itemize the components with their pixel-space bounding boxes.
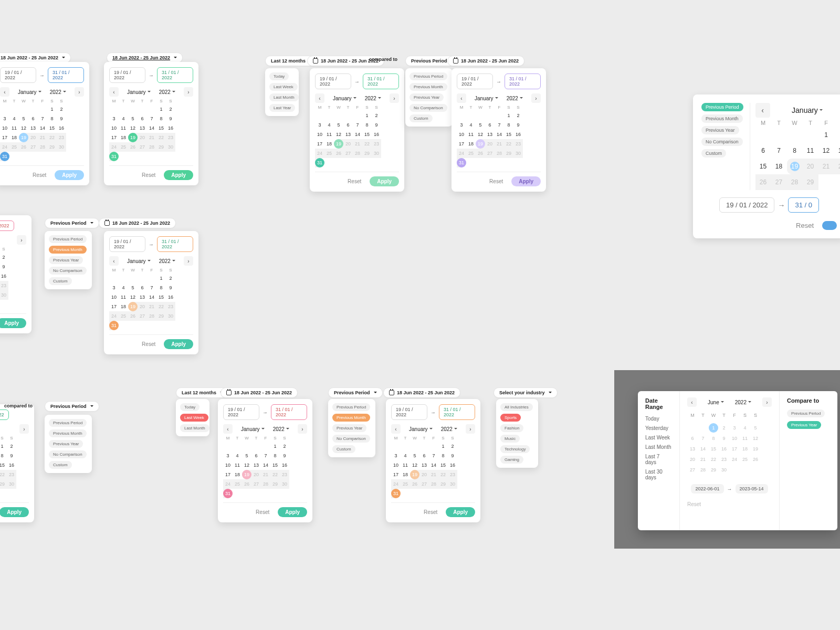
chip-technology[interactable]: Technology: [500, 445, 530, 453]
apply-button[interactable]: Apply: [0, 318, 26, 328]
range-trigger[interactable]: 18 Jun 2022 - 25 Jun 2022: [99, 218, 176, 228]
chip-prev-year[interactable]: Previous Year: [49, 256, 83, 264]
start-date-input[interactable]: 19 / 01 / 2022: [315, 74, 351, 89]
prev-period-trigger[interactable]: Previous Period: [45, 218, 99, 228]
prev-month-button[interactable]: ‹: [457, 93, 466, 103]
chip-prev-month[interactable]: Previous Month: [410, 83, 447, 91]
reset-button[interactable]: Reset: [421, 507, 440, 517]
chip-today[interactable]: Today: [269, 72, 289, 80]
chip-no-comparison[interactable]: No Comparison: [410, 104, 447, 112]
chip-prev-year[interactable]: Previous Year: [49, 440, 83, 448]
calendar-grid[interactable]: 1234567891011121314151617181920212223242…: [457, 111, 541, 167]
chip-gaming[interactable]: Gaming: [500, 456, 523, 464]
next-month-button[interactable]: ›: [298, 424, 307, 434]
month-select[interactable]: January: [241, 426, 265, 432]
next-month-button[interactable]: ›: [19, 424, 29, 434]
month-select[interactable]: January: [18, 89, 41, 95]
range-trigger[interactable]: 18 Jun 2022 - 25 Jun 2022: [107, 52, 183, 63]
start-date-input[interactable]: 19 / 01 / 2022: [719, 197, 775, 213]
start-date-input[interactable]: 2022-06-01: [691, 484, 723, 494]
month-select[interactable]: June: [708, 400, 724, 405]
year-select[interactable]: 2022: [159, 89, 175, 95]
chip-sports[interactable]: Sports: [500, 414, 521, 422]
next-month-button[interactable]: ›: [762, 397, 772, 407]
end-date-input[interactable]: 2023-05-14: [736, 484, 768, 494]
chip-custom[interactable]: Custom: [49, 277, 72, 285]
chip-prev-year[interactable]: Previous Year: [410, 93, 444, 101]
reset-button[interactable]: Reset: [793, 221, 817, 230]
calendar-grid[interactable]: 1234567891011121314151617181920212223242…: [687, 423, 772, 475]
chip-prev-period[interactable]: Previous Period: [410, 72, 447, 80]
end-date-input[interactable]: 31 / 01 / 2022: [271, 404, 307, 420]
chip-custom[interactable]: Custom: [701, 149, 726, 158]
year-select[interactable]: 2022: [159, 258, 175, 264]
apply-button[interactable]: [822, 221, 837, 230]
calendar-grid[interactable]: 145678111213141518192021222526272829: [755, 127, 840, 190]
chip-prev-year[interactable]: Previous Year: [332, 424, 366, 432]
apply-button[interactable]: Apply: [511, 176, 541, 186]
start-date-input[interactable]: 19 / 01 / 2022: [0, 67, 36, 83]
chip-prev-period[interactable]: Previous Period: [701, 103, 743, 111]
chip-custom[interactable]: Custom: [332, 445, 355, 453]
prev-month-button[interactable]: ‹: [0, 87, 9, 97]
chip-last-month[interactable]: Last Month: [269, 93, 299, 101]
reset-button[interactable]: Reset: [29, 170, 49, 180]
apply-button[interactable]: Apply: [164, 170, 193, 180]
year-select[interactable]: 2022: [273, 426, 289, 432]
next-month-button[interactable]: ›: [184, 256, 193, 266]
chip-no-comparison[interactable]: No Comparison: [701, 138, 743, 146]
reset-button[interactable]: Reset: [687, 501, 772, 507]
end-date-input[interactable]: 31 / 0: [788, 197, 819, 213]
prev-month-button[interactable]: ‹: [223, 424, 233, 434]
apply-button[interactable]: Apply: [0, 507, 29, 517]
year-select[interactable]: 2022: [441, 426, 457, 432]
year-select[interactable]: 2022: [365, 96, 381, 101]
chip-music[interactable]: Music: [500, 435, 520, 443]
preset-last-week[interactable]: Last Week: [645, 435, 672, 440]
month-select[interactable]: January: [127, 89, 151, 95]
end-date-input[interactable]: 31 / 01 / 2022: [505, 74, 541, 89]
next-month-button[interactable]: ›: [184, 87, 193, 97]
end-date-input[interactable]: 31 / 01 / 2022: [0, 220, 14, 231]
reset-button[interactable]: Reset: [344, 176, 364, 186]
end-date-input[interactable]: 31 / 01 / 2022: [363, 74, 399, 89]
start-date-input[interactable]: 19 / 01 / 2022: [223, 404, 259, 420]
range-trigger[interactable]: 18 Jun 2022 - 25 Jun 2022: [447, 56, 524, 66]
prev-month-button[interactable]: ‹: [755, 103, 770, 118]
calendar-grid[interactable]: 1234567891011121314151617181920212223242…: [109, 104, 193, 161]
chip-prev-month[interactable]: Previous Month: [49, 246, 87, 254]
chip-last-week[interactable]: Last Week: [269, 83, 298, 91]
chip-prev-year[interactable]: Previous Year: [787, 421, 821, 429]
prev-month-button[interactable]: ‹: [391, 424, 401, 434]
end-date-input[interactable]: 31 / 01 / 2022: [157, 236, 193, 252]
calendar-grid[interactable]: 1234567891011121314151617181920212223242…: [0, 104, 84, 161]
chip-prev-month[interactable]: Previous Month: [49, 429, 87, 437]
year-select[interactable]: 2022: [507, 96, 523, 101]
preset-last-7[interactable]: Last 7 days: [645, 454, 672, 465]
chip-prev-period[interactable]: Previous Period: [787, 410, 825, 417]
chip-no-comparison[interactable]: No Comparison: [49, 450, 87, 458]
chip-custom[interactable]: Custom: [49, 461, 72, 469]
next-month-button[interactable]: ›: [466, 424, 475, 434]
reset-button[interactable]: Reset: [139, 339, 159, 349]
preset-today[interactable]: Today: [645, 416, 672, 422]
end-date-input[interactable]: 31 / 01 / 2022: [48, 67, 84, 83]
next-month-button[interactable]: ›: [390, 93, 399, 103]
apply-button[interactable]: Apply: [278, 507, 307, 517]
range-trigger[interactable]: 18 Jun 2022 - 25 Jun 2022: [383, 387, 460, 398]
chip-last-week[interactable]: Last Week: [180, 414, 208, 422]
prev-period-trigger[interactable]: Previous Period: [45, 401, 99, 412]
prev-month-button[interactable]: ‹: [315, 93, 324, 103]
apply-button[interactable]: Apply: [370, 176, 399, 186]
month-select[interactable]: January: [333, 96, 356, 101]
next-month-button[interactable]: ›: [75, 87, 84, 97]
chip-prev-month[interactable]: Previous Month: [701, 114, 743, 123]
chip-last-year[interactable]: Last Year: [269, 104, 295, 112]
chip-last-month[interactable]: Last Month: [180, 424, 209, 432]
reset-button[interactable]: Reset: [139, 170, 159, 180]
chip-prev-year[interactable]: Previous Year: [701, 126, 739, 134]
chip-no-comparison[interactable]: No Comparison: [49, 267, 87, 275]
start-date-input[interactable]: 19 / 01 / 2022: [391, 404, 427, 420]
end-date-input[interactable]: 31 / 01 / 2022: [157, 67, 193, 83]
calendar-grid[interactable]: 1234567891011121314151617181920212223242…: [0, 442, 29, 498]
